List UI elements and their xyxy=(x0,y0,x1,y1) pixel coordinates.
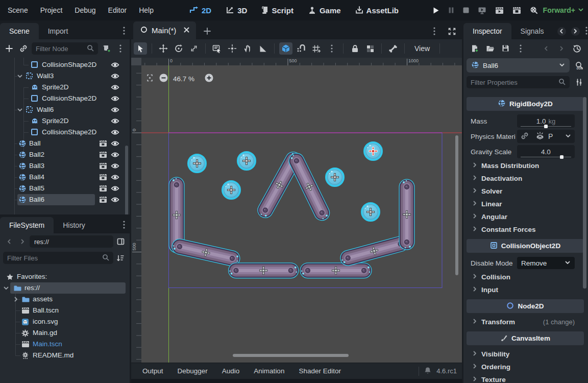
link-icon[interactable] xyxy=(521,132,529,141)
filter-files-input[interactable]: Filter Files xyxy=(3,252,113,264)
scene-tree-row[interactable]: Ball6 xyxy=(0,194,130,205)
move-tool-button[interactable] xyxy=(157,42,170,55)
inspector-tab-signals[interactable]: Signals xyxy=(511,23,553,39)
filter-node-input[interactable]: Filter Node xyxy=(32,42,98,55)
view-menu-button[interactable]: View xyxy=(409,43,435,54)
eye-icon[interactable] xyxy=(111,117,119,126)
ruler-tool-button[interactable] xyxy=(256,42,270,55)
filesystem-row[interactable]: README.md xyxy=(0,350,130,361)
save-resource-button[interactable] xyxy=(499,42,511,55)
inspector-group-input[interactable]: Input xyxy=(464,283,587,296)
snap-toggle-button[interactable] xyxy=(279,42,292,55)
scene-tree-row[interactable]: Ball4 xyxy=(0,172,130,183)
inspector-group-ordering[interactable]: Ordering xyxy=(464,361,587,373)
fs-split-mode-button[interactable] xyxy=(114,235,127,248)
eye-icon[interactable] xyxy=(111,140,119,149)
play-icon[interactable] xyxy=(432,7,439,14)
inspector-group-linear[interactable]: Linear xyxy=(464,198,587,210)
scene-tree-row[interactable]: Ball2 xyxy=(0,149,130,160)
scene-tree-row[interactable]: Ball xyxy=(0,138,130,149)
scene-tree-row[interactable]: Sprite2D xyxy=(0,82,130,93)
filesystem-row[interactable]: icon.svg xyxy=(0,316,130,327)
screen-button-assetlib[interactable]: AssetLib xyxy=(350,4,404,17)
menu-debug[interactable]: Debug xyxy=(69,4,101,16)
scene-tree-row[interactable]: Sprite2D xyxy=(0,115,130,127)
inspector-group-angular[interactable]: Angular xyxy=(464,210,587,223)
eye-icon[interactable] xyxy=(111,61,119,70)
fs-back-button[interactable] xyxy=(3,235,15,248)
eye-icon[interactable] xyxy=(111,185,119,194)
scene-tree-row[interactable]: Ball5 xyxy=(0,183,130,194)
eye-icon[interactable] xyxy=(111,151,119,160)
zoom-level-label[interactable]: 46.7 % xyxy=(173,75,200,83)
group-button[interactable] xyxy=(363,42,377,55)
renderer-selector[interactable]: Forward+ xyxy=(543,6,584,14)
menu-scene[interactable]: Scene xyxy=(2,4,34,16)
filesystem-row[interactable]: res:// xyxy=(0,282,130,294)
viewport-canvas[interactable]: 05001000 0500 xyxy=(131,58,462,363)
chevron-right-icon[interactable] xyxy=(13,296,19,304)
property-enum-dropdown[interactable]: Remove xyxy=(517,257,575,269)
bottom-panel-debugger[interactable]: Debugger xyxy=(172,365,214,377)
filesystem-row[interactable]: Ball.tscn xyxy=(0,305,130,316)
fs-forward-button[interactable] xyxy=(16,235,29,248)
dots-vertical-icon[interactable] xyxy=(122,220,126,231)
inspector-group-collision[interactable]: Collision xyxy=(464,271,587,283)
notification-bell-icon[interactable] xyxy=(424,367,431,376)
tabs-scroll-left-button[interactable] xyxy=(557,27,566,36)
load-resource-button[interactable] xyxy=(484,42,496,55)
scene-tab-main[interactable]: Main(*) xyxy=(133,21,196,39)
grid-snap-button[interactable] xyxy=(310,42,323,55)
scale-tool-button[interactable] xyxy=(187,42,201,55)
filesystem-row[interactable]: assets xyxy=(0,294,130,305)
scene-tree-row[interactable]: CollisionShape2D xyxy=(0,93,130,104)
eye-icon[interactable] xyxy=(111,106,119,115)
inspector-group-solver[interactable]: Solver xyxy=(464,185,587,198)
list-select-button[interactable] xyxy=(210,42,224,55)
clapper-icon[interactable] xyxy=(99,174,107,182)
eye-icon[interactable] xyxy=(111,129,119,137)
inspector-group-texture[interactable]: Texture xyxy=(464,373,587,383)
scene-tree-scrollbar[interactable] xyxy=(125,146,128,214)
filesystem-row[interactable]: Main.tscn xyxy=(0,339,130,350)
scene-dock-tab-scene[interactable]: Scene xyxy=(0,23,39,39)
chevron-down-icon[interactable] xyxy=(17,107,23,114)
scene-dock-tab-import[interactable]: Import xyxy=(39,23,78,39)
zoom-in-button[interactable] xyxy=(204,73,214,84)
screen-button-3d[interactable]: 3D xyxy=(220,4,252,17)
eye-icon[interactable] xyxy=(111,162,119,171)
history-forward-button[interactable] xyxy=(555,42,568,55)
filesystem-dock-tab-history[interactable]: History xyxy=(54,217,94,233)
eye-icon[interactable] xyxy=(111,84,119,92)
play-movie-icon[interactable] xyxy=(495,7,504,14)
pivot-tool-button[interactable] xyxy=(226,42,239,55)
eye-icon[interactable] xyxy=(111,73,119,81)
menu-editor[interactable]: Editor xyxy=(103,4,133,16)
scene-tree-row[interactable]: Wall6 xyxy=(0,104,130,115)
bottom-panel-audio[interactable]: Audio xyxy=(216,365,246,377)
fs-path-field[interactable]: res:// xyxy=(30,235,113,248)
filesystem-row[interactable]: Main.gd xyxy=(0,327,130,339)
attach-script-button[interactable] xyxy=(100,42,112,55)
clapper-icon[interactable] xyxy=(99,162,107,171)
bottom-panel-shader-editor[interactable]: Shader Editor xyxy=(292,365,347,377)
inspector-scrollbar[interactable] xyxy=(583,97,586,289)
stop-icon[interactable] xyxy=(463,7,469,13)
play-remote-icon[interactable] xyxy=(478,7,486,14)
screen-button-2d[interactable]: 2D xyxy=(184,4,216,17)
property-number-field[interactable]: 1.0kg xyxy=(517,114,575,128)
dots-vertical-icon[interactable] xyxy=(585,26,588,37)
pause-icon[interactable] xyxy=(448,7,454,14)
filter-properties-input[interactable]: Filter Properties xyxy=(467,76,570,88)
scene-tree-menu-button[interactable] xyxy=(114,42,127,55)
expand-viewport-button[interactable] xyxy=(446,25,458,37)
instantiate-scene-button[interactable] xyxy=(17,42,30,55)
rotate-tool-button[interactable] xyxy=(172,42,185,55)
fs-sort-button[interactable] xyxy=(114,252,127,264)
eye-icon[interactable] xyxy=(111,174,119,182)
scene-tree-row[interactable]: Wall3 xyxy=(0,70,130,82)
edited-node-selector[interactable]: Ball6 xyxy=(467,58,570,73)
bottom-panel-animation[interactable]: Animation xyxy=(248,365,290,377)
inspector-group-visibility[interactable]: Visibility xyxy=(464,348,587,361)
eye-icon[interactable] xyxy=(111,196,119,205)
